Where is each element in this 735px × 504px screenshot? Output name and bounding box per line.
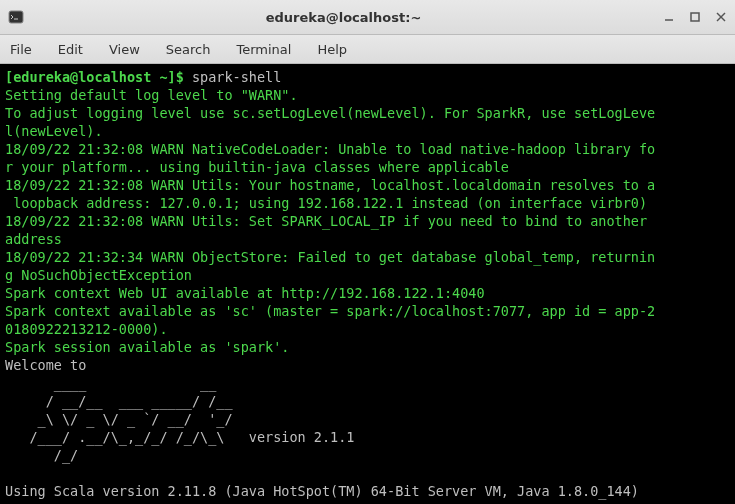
output-line: r your platform... using builtin-java cl…	[5, 159, 509, 175]
menu-terminal[interactable]: Terminal	[232, 40, 295, 59]
output-line: 18/09/22 21:32:34 WARN ObjectStore: Fail…	[5, 249, 655, 265]
scala-version-line: Using Scala version 2.11.8 (Java HotSpot…	[5, 483, 639, 499]
menubar: File Edit View Search Terminal Help	[0, 35, 735, 64]
output-line: 18/09/22 21:32:08 WARN Utils: Your hostn…	[5, 177, 655, 193]
output-line: Spark session available as 'spark'.	[5, 339, 289, 355]
spark-ascii-art-line: /___/ .__/\_,_/_/ /_/\_\ version 2.1.1	[5, 429, 355, 445]
menu-help[interactable]: Help	[313, 40, 351, 59]
spark-ascii-art-line: _\ \/ _ \/ _ `/ __/ '_/	[5, 411, 233, 427]
svg-rect-3	[691, 13, 699, 21]
prompt: [edureka@localhost ~]$	[5, 69, 192, 85]
close-button[interactable]	[713, 9, 729, 25]
maximize-button[interactable]	[687, 9, 703, 25]
output-line: address	[5, 231, 62, 247]
output-line: g NoSuchObjectException	[5, 267, 192, 283]
output-line: Spark context Web UI available at http:/…	[5, 285, 485, 301]
spark-ascii-art-line: ____ __	[5, 375, 216, 391]
terminal-output[interactable]: [edureka@localhost ~]$ spark-shell Setti…	[0, 64, 735, 504]
output-line: loopback address: 127.0.0.1; using 192.1…	[5, 195, 647, 211]
output-line: l(newLevel).	[5, 123, 103, 139]
output-line: Setting default log level to "WARN".	[5, 87, 298, 103]
menu-view[interactable]: View	[105, 40, 144, 59]
svg-rect-0	[9, 11, 23, 23]
output-line: Spark context available as 'sc' (master …	[5, 303, 655, 319]
command: spark-shell	[192, 69, 281, 85]
menu-file[interactable]: File	[6, 40, 36, 59]
terminal-app-icon	[6, 7, 26, 27]
minimize-button[interactable]	[661, 9, 677, 25]
welcome-line: Welcome to	[5, 357, 86, 373]
output-line: To adjust logging level use sc.setLogLev…	[5, 105, 655, 121]
spark-ascii-art-line: /_/	[5, 447, 78, 463]
spark-ascii-art-line: / __/__ ___ _____/ /__	[5, 393, 233, 409]
output-line: 18/09/22 21:32:08 WARN Utils: Set SPARK_…	[5, 213, 655, 229]
window-controls	[661, 9, 729, 25]
titlebar: edureka@localhost:~	[0, 0, 735, 35]
window-title: edureka@localhost:~	[26, 10, 661, 25]
output-line: 18/09/22 21:32:08 WARN NativeCodeLoader:…	[5, 141, 655, 157]
menu-search[interactable]: Search	[162, 40, 215, 59]
menu-edit[interactable]: Edit	[54, 40, 87, 59]
output-line: 0180922213212-0000).	[5, 321, 168, 337]
